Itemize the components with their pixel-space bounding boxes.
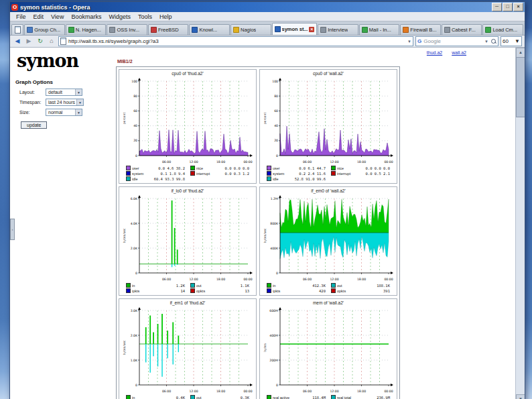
graph-plot: 0400K800K1.2M06:0012:0018:0000:00bytes/s… [263, 194, 394, 282]
menu-edit[interactable]: Edit [30, 13, 48, 20]
graph-card: cpu0 of 'thud.a2'02040608010006:0012:001… [119, 69, 257, 184]
legend-values: 420 [319, 289, 326, 293]
menu-bookmarks[interactable]: Bookmarks [68, 13, 105, 20]
svg-text:00:00: 00:00 [243, 278, 252, 281]
panel-toggle[interactable]: ‹ [10, 219, 15, 240]
tab-8[interactable]: Mail - In... [359, 24, 400, 35]
option-row: Size:normal▼ [19, 109, 113, 116]
svg-text:200M: 200M [269, 359, 278, 362]
host-link[interactable]: wall.a2 [452, 50, 466, 55]
forward-button[interactable]: ▶ [24, 37, 34, 46]
svg-text:1.0K: 1.0K [131, 359, 138, 362]
tabbar: Group Ch...N. Hagen...OSS Inv...FreeBSDK… [10, 21, 525, 36]
back-button[interactable]: ◀ [13, 37, 22, 46]
legend-label: nice [337, 166, 344, 170]
option-select-layout[interactable]: default▼ [46, 89, 82, 96]
option-row: Layout:default▼ [19, 89, 113, 96]
legend-swatch [331, 283, 336, 288]
svg-text:20: 20 [133, 139, 137, 142]
vertical-scrollbar[interactable]: ▲ ▼ [515, 48, 525, 399]
legend-item: opkts391 [331, 288, 390, 293]
tab-2[interactable]: OSS Inv... [107, 24, 147, 35]
address-bar[interactable]: http://wall.tb.xs.nl/syweb/graph.cgi?a3 … [58, 36, 413, 46]
option-select-size[interactable]: normal▼ [46, 109, 82, 116]
legend-label: interrupt [196, 172, 210, 176]
search-dropdown-icon[interactable]: ▼ [484, 40, 488, 44]
legend-item: nice0.0 0.0 0.0 [190, 166, 249, 170]
tab-4[interactable]: Knowl... [189, 24, 230, 35]
tab-favicon [320, 27, 326, 33]
close-button[interactable]: × [513, 3, 523, 11]
svg-text:06:00: 06:00 [303, 390, 312, 393]
tab-6[interactable]: symon st...× [272, 23, 318, 35]
maximize-button[interactable]: □ [503, 3, 513, 11]
host-links: thud.a2wall.a2 [116, 49, 513, 58]
legend-item: out0.3K [190, 395, 249, 399]
legend-values: 0.0 6.1 44.7 [299, 166, 326, 170]
svg-text:18:00: 18:00 [357, 390, 366, 393]
option-select-timespan[interactable]: last 24 hours▼ [46, 99, 84, 106]
graph-card: if_em0 of 'wall.a2'0400K800K1.2M06:0012:… [259, 186, 397, 296]
legend-values: 52.8 91.0 99.6 [295, 177, 326, 181]
graph-options-title: Graph Options [15, 79, 113, 85]
menu-help[interactable]: Help [156, 13, 176, 20]
svg-text:6.0K: 6.0K [131, 197, 138, 201]
chevron-down-icon: ▼ [76, 99, 83, 105]
tab-7[interactable]: Interview [318, 24, 358, 35]
svg-text:400M: 400M [269, 334, 278, 337]
svg-text:06:00: 06:00 [162, 160, 171, 164]
legend-swatch [126, 166, 131, 170]
legend-label: opkts [196, 289, 205, 293]
scroll-down-icon[interactable]: ▼ [516, 394, 525, 399]
legend-item: nice0.0 0.0 0.0 [331, 166, 390, 170]
zoom-control[interactable]: 60 ▼ [501, 36, 522, 46]
svg-text:60: 60 [133, 109, 137, 113]
legend-swatch [126, 288, 131, 293]
tab-favicon [109, 27, 115, 33]
scroll-up-icon[interactable]: ▲ [516, 48, 525, 58]
graph-plot: 0200M400M600M06:0012:0018:0000:00bytes [263, 306, 394, 394]
tab-11[interactable]: Load Cm... [482, 24, 523, 35]
legend-values: 13 [245, 289, 249, 293]
new-tab-button[interactable] [11, 24, 23, 35]
menu-tools[interactable]: Tools [135, 13, 155, 20]
svg-text:100: 100 [272, 80, 278, 83]
tab-favicon [403, 27, 409, 33]
navbar: ◀ ▶ ↻ ⌂ http://wall.tb.xs.nl/syweb/graph… [10, 36, 525, 48]
legend-label: real total [337, 396, 351, 399]
minimize-button[interactable]: ─ [492, 3, 502, 11]
graph-card: cpu0 of 'wall.a2'02040608010006:0012:001… [259, 69, 397, 184]
titlebar[interactable]: O symon statistics - Opera ─ □ × [10, 2, 525, 12]
reload-button[interactable]: ↻ [36, 37, 45, 46]
tab-label: OSS Inv... [117, 27, 139, 33]
search-box[interactable]: G Google ▼ [415, 36, 498, 46]
legend-item: interrupt0.0 0.5 2.1 [331, 171, 390, 176]
legend-item: ipkts420 [267, 288, 326, 293]
home-button[interactable]: ⌂ [47, 37, 56, 46]
search-icon[interactable] [490, 38, 496, 44]
menu-widgets[interactable]: Widgets [105, 13, 134, 20]
tab-1[interactable]: N. Hagen... [66, 24, 107, 35]
tab-label: Nagios [241, 27, 256, 33]
legend-swatch [331, 171, 336, 176]
tab-0[interactable]: Group Ch... [24, 24, 65, 35]
tab-10[interactable]: Cabest F... [442, 24, 482, 35]
menu-view[interactable]: View [48, 13, 67, 20]
update-button[interactable]: update [21, 121, 47, 129]
host-link[interactable]: thud.a2 [427, 50, 442, 55]
menu-file[interactable]: File [13, 13, 29, 20]
symon-page: symon Graph Options Layout:default▼Times… [10, 48, 516, 399]
legend-item: system0.1 1.8 9.4 [126, 171, 185, 176]
svg-text:40: 40 [274, 124, 278, 127]
tab-3[interactable]: FreeBSD [148, 24, 189, 35]
address-dropdown-icon[interactable]: ▼ [407, 40, 411, 44]
tab-favicon [485, 27, 491, 33]
tab-close-icon[interactable]: × [309, 27, 314, 32]
graphs-grid: cpu0 of 'thud.a2'02040608010006:0012:001… [116, 66, 400, 399]
tab-5[interactable]: Nagios [230, 24, 271, 35]
svg-text:percent: percent [123, 113, 126, 125]
option-value: last 24 hours [48, 100, 75, 105]
tab-9[interactable]: Firewall B... [400, 24, 441, 35]
page-icon [60, 38, 66, 45]
scrollbar-thumb[interactable] [516, 57, 525, 117]
